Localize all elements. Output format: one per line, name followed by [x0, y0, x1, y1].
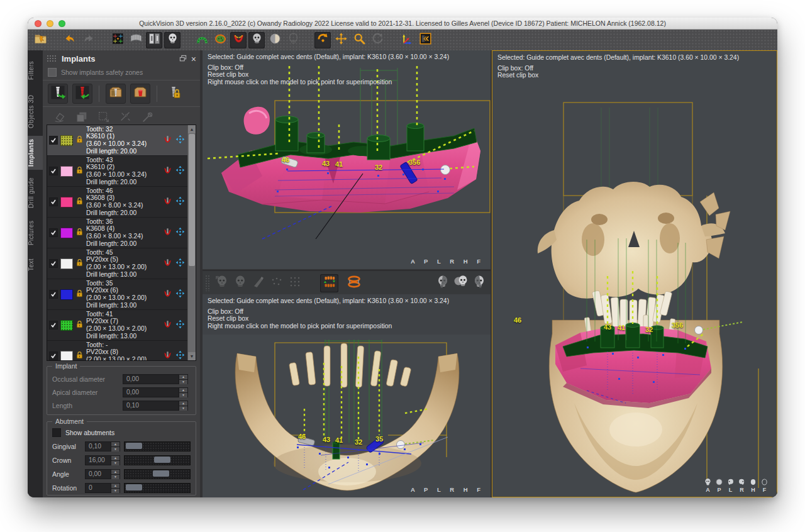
implant-visible-checkbox[interactable]	[49, 197, 58, 206]
implant-visible-checkbox[interactable]	[49, 228, 58, 237]
jaw-band-button[interactable]	[345, 274, 363, 292]
lock-icon[interactable]	[75, 135, 84, 146]
implant-list-item[interactable]: Tooth: -PV20xx (8)(2.00 × 13.00 × 2.00)D…	[47, 341, 188, 361]
implant-place-button[interactable]	[48, 84, 68, 104]
spin-up-icon[interactable]: ▲	[179, 388, 187, 392]
viewport-guide-3d[interactable]: Selected: Guide complet avec dents (Defa…	[203, 50, 491, 269]
spin-down-icon[interactable]: ▼	[179, 406, 187, 411]
implant-color-swatch[interactable]	[60, 351, 73, 362]
implant-visible-checkbox[interactable]	[49, 136, 58, 145]
move-implant-icon[interactable]	[175, 227, 185, 239]
apical-diameter-input[interactable]: 0,00▲▼	[123, 387, 188, 397]
implant-list-item[interactable]: Tooth: 36K3608 (4)(3.60 × 8.00 × 3.24)Dr…	[47, 218, 188, 248]
viewport-mandible-3d[interactable]: 4643413235 A P L R H F	[203, 335, 491, 497]
lock-icon[interactable]	[75, 319, 84, 331]
spinner-buttons[interactable]: ▲▼	[111, 456, 119, 465]
angle-slider[interactable]	[124, 469, 191, 479]
skull-right-button[interactable]: R	[213, 274, 231, 292]
spinner-buttons[interactable]: ▲▼	[179, 401, 187, 410]
rotate-button[interactable]	[314, 32, 331, 48]
lock-icon[interactable]	[75, 258, 84, 269]
redo-button[interactable]	[80, 32, 96, 48]
implant-visible-checkbox[interactable]	[49, 167, 58, 175]
implant-marker-icon[interactable]	[163, 196, 172, 208]
orientation-h[interactable]: H	[748, 478, 758, 493]
lock-icon[interactable]	[75, 289, 84, 300]
move-implant-icon[interactable]	[175, 258, 185, 270]
lock-icon[interactable]	[75, 227, 84, 238]
occlusal-diameter-input[interactable]: 0,00▲▼	[123, 374, 188, 384]
orientation-l[interactable]: L	[726, 478, 735, 493]
sidebar-tab-filters[interactable]: Filters	[28, 54, 43, 87]
implant-color-swatch[interactable]	[60, 320, 73, 331]
sidebar-tab-drill-guide[interactable]: Drill guide	[28, 174, 43, 213]
implant-color-swatch[interactable]	[60, 197, 73, 208]
panorama-view-button[interactable]	[128, 32, 144, 48]
mandible-button[interactable]	[230, 32, 247, 48]
gingival-slider[interactable]	[124, 441, 191, 452]
undock-panel-icon[interactable]	[179, 53, 187, 65]
angle-input[interactable]: 0,00▲▼	[85, 469, 120, 479]
crown-slider[interactable]	[124, 455, 191, 465]
spin-down-icon[interactable]: ▼	[179, 392, 187, 397]
sidebar-tab-text[interactable]: Text	[28, 253, 43, 277]
sculpt-knife-button[interactable]	[249, 274, 267, 292]
spin-up-icon[interactable]: ▲	[111, 484, 119, 488]
implant-visible-checkbox[interactable]	[49, 352, 58, 360]
undo-button[interactable]	[62, 32, 78, 48]
spin-up-icon[interactable]: ▲	[111, 470, 119, 474]
spin-down-icon[interactable]: ▼	[111, 488, 119, 493]
points-grid-button[interactable]	[286, 274, 304, 292]
implant-marker-icon[interactable]	[163, 258, 172, 270]
move-implant-icon[interactable]	[175, 135, 185, 147]
scroll-up-button[interactable]: ▲	[188, 125, 196, 133]
length-input[interactable]: 0,10▲▼	[123, 401, 188, 411]
implant-visible-checkbox[interactable]	[49, 321, 58, 330]
implant-lock-button[interactable]	[164, 84, 184, 104]
scroll-down-button[interactable]: ▼	[188, 352, 196, 360]
angle-slider-thumb[interactable]	[153, 470, 169, 477]
safety-zones-checkbox[interactable]	[48, 68, 57, 77]
reset-clip-link[interactable]: Reset clip box	[208, 71, 449, 79]
skull-3d-button[interactable]	[248, 32, 265, 48]
spin-down-icon[interactable]: ▼	[111, 446, 119, 452]
orientation-a[interactable]: A	[703, 478, 713, 493]
implant-visible-checkbox[interactable]	[49, 290, 58, 299]
crown-input[interactable]: 16,00▲▼	[85, 455, 120, 465]
implant-marker-icon[interactable]	[163, 350, 172, 362]
spin-up-icon[interactable]: ▲	[111, 442, 119, 446]
implant-marker-icon[interactable]	[163, 135, 172, 147]
points-sparse-button[interactable]	[267, 274, 286, 292]
minimize-window-button[interactable]	[47, 20, 53, 27]
implant-color-swatch[interactable]	[60, 289, 73, 300]
dental-arch-button[interactable]	[194, 32, 210, 48]
gingival-slider-thumb[interactable]	[126, 443, 142, 449]
zoom-button[interactable]	[351, 32, 367, 48]
split-view-button[interactable]	[146, 32, 162, 48]
panel-grip[interactable]	[47, 55, 57, 63]
mirror-skull-button[interactable]	[452, 274, 470, 292]
implant-list-item[interactable]: Tooth: 35PV20xx (6)(2.00 × 13.00 × 2.00)…	[47, 279, 188, 310]
implant-list-item[interactable]: Tooth: 46K3608 (3)(3.60 × 8.00 × 3.24)Dr…	[47, 187, 188, 218]
move-implant-icon[interactable]	[175, 289, 185, 301]
spin-up-icon[interactable]: ▲	[179, 375, 187, 379]
spinner-buttons[interactable]: ▲▼	[111, 484, 119, 492]
open-folder-button[interactable]	[32, 32, 48, 48]
reset-view-button[interactable]	[369, 32, 386, 48]
implant-color-swatch[interactable]	[60, 166, 73, 177]
spinner-buttons[interactable]: ▲▼	[111, 442, 119, 451]
spin-down-icon[interactable]: ▼	[111, 460, 119, 465]
spin-up-icon[interactable]: ▲	[111, 456, 119, 460]
half-skull-button[interactable]	[433, 274, 452, 292]
reset-clip-link[interactable]: Reset clip box	[497, 72, 739, 79]
sidebar-tab-objects-3d[interactable]: Objects 3D	[28, 91, 43, 132]
gingival-input[interactable]: 0,10▲▼	[85, 441, 120, 452]
spinner-buttons[interactable]: ▲▼	[111, 470, 119, 479]
lock-icon[interactable]	[75, 196, 84, 208]
axes-button[interactable]	[399, 32, 415, 48]
close-window-button[interactable]	[35, 20, 42, 27]
viewport-skull-3d[interactable]: Selected: Guide complet avec dents (Defa…	[492, 50, 777, 497]
show-abutments-checkbox[interactable]	[52, 428, 61, 437]
spin-down-icon[interactable]: ▼	[111, 474, 119, 479]
rotation-input[interactable]: 0▲▼	[85, 483, 120, 493]
